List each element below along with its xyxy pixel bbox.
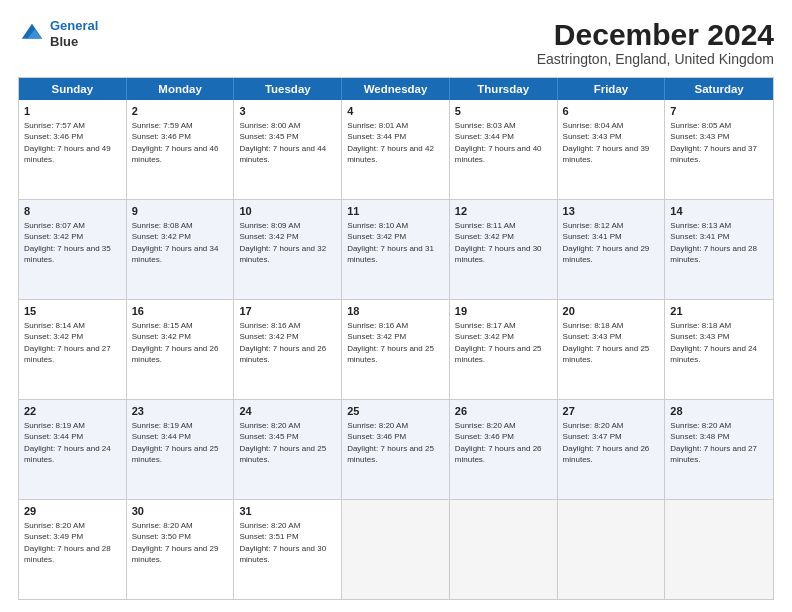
header: General Blue December 2024 Eastrington, …	[18, 18, 774, 67]
cell-5-wed-empty	[342, 500, 450, 599]
cell-1-thu: 5 Sunrise: 8:03 AMSunset: 3:44 PMDayligh…	[450, 100, 558, 199]
cell-4-wed: 25 Sunrise: 8:20 AMSunset: 3:46 PMDaylig…	[342, 400, 450, 499]
col-saturday: Saturday	[665, 78, 773, 100]
cell-3-wed: 18 Sunrise: 8:16 AMSunset: 3:42 PMDaylig…	[342, 300, 450, 399]
cell-3-mon: 16 Sunrise: 8:15 AMSunset: 3:42 PMDaylig…	[127, 300, 235, 399]
cell-4-fri: 27 Sunrise: 8:20 AMSunset: 3:47 PMDaylig…	[558, 400, 666, 499]
cell-3-thu: 19 Sunrise: 8:17 AMSunset: 3:42 PMDaylig…	[450, 300, 558, 399]
cell-2-sun: 8 Sunrise: 8:07 AMSunset: 3:42 PMDayligh…	[19, 200, 127, 299]
cell-3-fri: 20 Sunrise: 8:18 AMSunset: 3:43 PMDaylig…	[558, 300, 666, 399]
cell-4-tue: 24 Sunrise: 8:20 AMSunset: 3:45 PMDaylig…	[234, 400, 342, 499]
col-sunday: Sunday	[19, 78, 127, 100]
calendar-header-row: Sunday Monday Tuesday Wednesday Thursday…	[19, 78, 773, 100]
cell-1-mon: 2 Sunrise: 7:59 AMSunset: 3:46 PMDayligh…	[127, 100, 235, 199]
title-block: December 2024 Eastrington, England, Unit…	[537, 18, 774, 67]
logo-icon	[18, 20, 46, 48]
cell-5-sun: 29 Sunrise: 8:20 AMSunset: 3:49 PMDaylig…	[19, 500, 127, 599]
cell-1-tue: 3 Sunrise: 8:00 AMSunset: 3:45 PMDayligh…	[234, 100, 342, 199]
week-3: 15 Sunrise: 8:14 AMSunset: 3:42 PMDaylig…	[19, 300, 773, 400]
cell-5-sat-empty	[665, 500, 773, 599]
cell-3-sat: 21 Sunrise: 8:18 AMSunset: 3:43 PMDaylig…	[665, 300, 773, 399]
cell-5-fri-empty	[558, 500, 666, 599]
cell-2-sat: 14 Sunrise: 8:13 AMSunset: 3:41 PMDaylig…	[665, 200, 773, 299]
week-1: 1 Sunrise: 7:57 AMSunset: 3:46 PMDayligh…	[19, 100, 773, 200]
week-2: 8 Sunrise: 8:07 AMSunset: 3:42 PMDayligh…	[19, 200, 773, 300]
cell-2-wed: 11 Sunrise: 8:10 AMSunset: 3:42 PMDaylig…	[342, 200, 450, 299]
col-thursday: Thursday	[450, 78, 558, 100]
cell-1-sun: 1 Sunrise: 7:57 AMSunset: 3:46 PMDayligh…	[19, 100, 127, 199]
cell-2-fri: 13 Sunrise: 8:12 AMSunset: 3:41 PMDaylig…	[558, 200, 666, 299]
col-tuesday: Tuesday	[234, 78, 342, 100]
col-monday: Monday	[127, 78, 235, 100]
logo-text: General Blue	[50, 18, 98, 49]
logo: General Blue	[18, 18, 98, 49]
page: General Blue December 2024 Eastrington, …	[0, 0, 792, 612]
calendar-body: 1 Sunrise: 7:57 AMSunset: 3:46 PMDayligh…	[19, 100, 773, 599]
cell-3-tue: 17 Sunrise: 8:16 AMSunset: 3:42 PMDaylig…	[234, 300, 342, 399]
week-4: 22 Sunrise: 8:19 AMSunset: 3:44 PMDaylig…	[19, 400, 773, 500]
cell-4-thu: 26 Sunrise: 8:20 AMSunset: 3:46 PMDaylig…	[450, 400, 558, 499]
week-5: 29 Sunrise: 8:20 AMSunset: 3:49 PMDaylig…	[19, 500, 773, 599]
cell-5-tue: 31 Sunrise: 8:20 AMSunset: 3:51 PMDaylig…	[234, 500, 342, 599]
main-title: December 2024	[537, 18, 774, 51]
cell-1-wed: 4 Sunrise: 8:01 AMSunset: 3:44 PMDayligh…	[342, 100, 450, 199]
cell-4-sat: 28 Sunrise: 8:20 AMSunset: 3:48 PMDaylig…	[665, 400, 773, 499]
cell-3-sun: 15 Sunrise: 8:14 AMSunset: 3:42 PMDaylig…	[19, 300, 127, 399]
cell-4-sun: 22 Sunrise: 8:19 AMSunset: 3:44 PMDaylig…	[19, 400, 127, 499]
col-friday: Friday	[558, 78, 666, 100]
cell-2-tue: 10 Sunrise: 8:09 AMSunset: 3:42 PMDaylig…	[234, 200, 342, 299]
cell-2-thu: 12 Sunrise: 8:11 AMSunset: 3:42 PMDaylig…	[450, 200, 558, 299]
cell-1-fri: 6 Sunrise: 8:04 AMSunset: 3:43 PMDayligh…	[558, 100, 666, 199]
calendar: Sunday Monday Tuesday Wednesday Thursday…	[18, 77, 774, 600]
subtitle: Eastrington, England, United Kingdom	[537, 51, 774, 67]
cell-5-mon: 30 Sunrise: 8:20 AMSunset: 3:50 PMDaylig…	[127, 500, 235, 599]
col-wednesday: Wednesday	[342, 78, 450, 100]
cell-1-sat: 7 Sunrise: 8:05 AMSunset: 3:43 PMDayligh…	[665, 100, 773, 199]
cell-2-mon: 9 Sunrise: 8:08 AMSunset: 3:42 PMDayligh…	[127, 200, 235, 299]
cell-5-thu-empty	[450, 500, 558, 599]
cell-4-mon: 23 Sunrise: 8:19 AMSunset: 3:44 PMDaylig…	[127, 400, 235, 499]
